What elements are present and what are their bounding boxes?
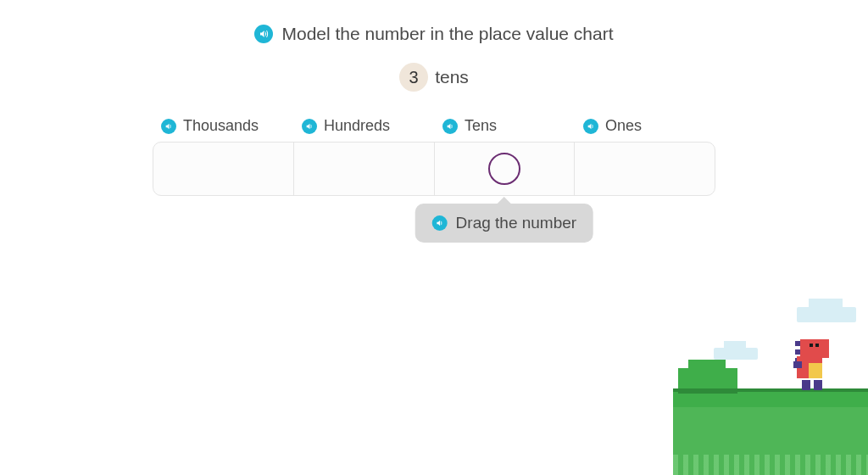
audio-icon[interactable] [583, 119, 598, 134]
cell-thousands[interactable] [153, 142, 294, 195]
prompt-digit: 3 [399, 63, 428, 92]
header-thousands: Thousands [153, 117, 293, 135]
audio-icon[interactable] [432, 215, 448, 231]
column-headers: Thousands Hundreds Tens Ones [137, 117, 731, 135]
cloud-icon [714, 348, 758, 360]
cell-ones[interactable] [575, 142, 715, 195]
drop-target[interactable] [488, 153, 520, 185]
exercise-panel: Model the number in the place value char… [137, 0, 731, 196]
header-hundreds: Hundreds [293, 117, 434, 135]
hint-text: Drag the number [456, 214, 577, 232]
header-ones: Ones [575, 117, 715, 135]
prompt-row: 3 tens [137, 63, 731, 92]
audio-icon[interactable] [302, 119, 317, 134]
header-label: Hundreds [324, 117, 390, 135]
dino-character [793, 339, 834, 390]
audio-icon[interactable] [254, 25, 273, 43]
cloud-icon [797, 307, 856, 322]
prompt-unit: tens [435, 67, 469, 87]
island [673, 373, 868, 475]
hint-tooltip: Drag the number [415, 204, 594, 243]
cell-hundreds[interactable] [294, 142, 435, 195]
title-row: Model the number in the place value char… [137, 24, 731, 44]
header-label: Ones [605, 117, 642, 135]
place-value-chart: Drag the number [153, 142, 715, 196]
header-tens: Tens [434, 117, 575, 135]
audio-icon[interactable] [161, 119, 176, 134]
decorative-scene [665, 288, 868, 475]
header-label: Tens [465, 117, 497, 135]
title-text: Model the number in the place value char… [281, 24, 613, 44]
bush-icon [678, 368, 737, 394]
audio-icon[interactable] [442, 119, 458, 134]
header-label: Thousands [183, 117, 259, 135]
cell-tens[interactable]: Drag the number [435, 142, 576, 195]
